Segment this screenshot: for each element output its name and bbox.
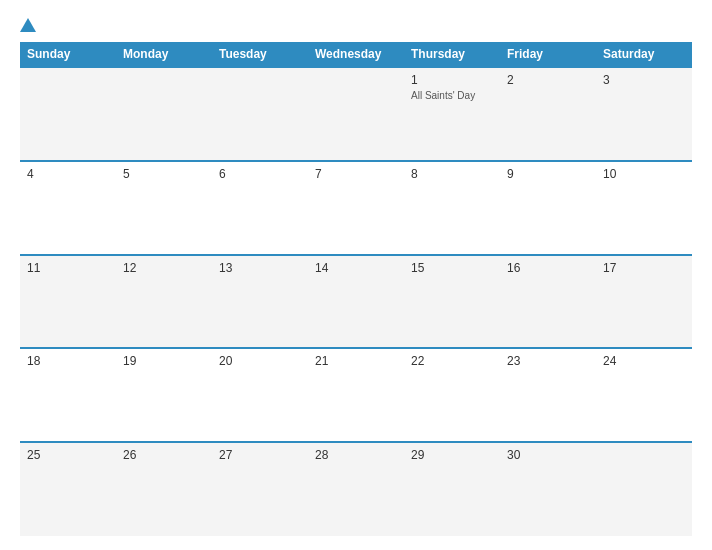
calendar-cell: 22 <box>404 348 500 442</box>
day-number: 5 <box>123 167 205 181</box>
calendar-cell: 25 <box>20 442 116 536</box>
weekday-header: Tuesday <box>212 42 308 67</box>
day-number: 28 <box>315 448 397 462</box>
day-number: 3 <box>603 73 685 87</box>
calendar-cell: 13 <box>212 255 308 349</box>
day-number: 10 <box>603 167 685 181</box>
calendar-cell: 5 <box>116 161 212 255</box>
calendar-cell <box>596 442 692 536</box>
calendar-cell: 23 <box>500 348 596 442</box>
day-number: 2 <box>507 73 589 87</box>
calendar-cell: 9 <box>500 161 596 255</box>
day-number: 21 <box>315 354 397 368</box>
calendar-week-row: 252627282930 <box>20 442 692 536</box>
weekday-header: Friday <box>500 42 596 67</box>
day-number: 14 <box>315 261 397 275</box>
calendar-week-row: 11121314151617 <box>20 255 692 349</box>
day-number: 6 <box>219 167 301 181</box>
calendar-cell <box>308 67 404 161</box>
day-number: 19 <box>123 354 205 368</box>
day-number: 16 <box>507 261 589 275</box>
day-number: 13 <box>219 261 301 275</box>
day-number: 27 <box>219 448 301 462</box>
calendar-cell: 3 <box>596 67 692 161</box>
calendar-cell <box>20 67 116 161</box>
day-number: 12 <box>123 261 205 275</box>
calendar-cell: 16 <box>500 255 596 349</box>
day-number: 9 <box>507 167 589 181</box>
header <box>20 18 692 32</box>
day-number: 11 <box>27 261 109 275</box>
logo-triangle-icon <box>20 18 36 32</box>
day-number: 29 <box>411 448 493 462</box>
day-number: 22 <box>411 354 493 368</box>
logo-blue-row <box>20 18 40 32</box>
calendar-cell: 1All Saints' Day <box>404 67 500 161</box>
calendar-cell: 21 <box>308 348 404 442</box>
calendar-cell: 4 <box>20 161 116 255</box>
day-number: 15 <box>411 261 493 275</box>
day-number: 23 <box>507 354 589 368</box>
calendar-cell: 29 <box>404 442 500 536</box>
calendar-cell: 30 <box>500 442 596 536</box>
day-number: 26 <box>123 448 205 462</box>
day-number: 18 <box>27 354 109 368</box>
calendar-cell: 12 <box>116 255 212 349</box>
day-number: 8 <box>411 167 493 181</box>
day-number: 7 <box>315 167 397 181</box>
calendar-cell: 27 <box>212 442 308 536</box>
holiday-name: All Saints' Day <box>411 89 493 102</box>
weekday-header: Monday <box>116 42 212 67</box>
calendar-page: SundayMondayTuesdayWednesdayThursdayFrid… <box>0 0 712 550</box>
day-number: 20 <box>219 354 301 368</box>
calendar-cell: 10 <box>596 161 692 255</box>
calendar-cell <box>116 67 212 161</box>
weekday-header-row: SundayMondayTuesdayWednesdayThursdayFrid… <box>20 42 692 67</box>
calendar-cell: 2 <box>500 67 596 161</box>
weekday-header: Saturday <box>596 42 692 67</box>
calendar-cell: 17 <box>596 255 692 349</box>
day-number: 17 <box>603 261 685 275</box>
weekday-header: Sunday <box>20 42 116 67</box>
weekday-header: Wednesday <box>308 42 404 67</box>
calendar-cell: 24 <box>596 348 692 442</box>
calendar-week-row: 1All Saints' Day23 <box>20 67 692 161</box>
calendar-cell: 19 <box>116 348 212 442</box>
calendar-cell: 8 <box>404 161 500 255</box>
day-number: 4 <box>27 167 109 181</box>
calendar-cell: 20 <box>212 348 308 442</box>
calendar-table: SundayMondayTuesdayWednesdayThursdayFrid… <box>20 42 692 536</box>
calendar-cell: 6 <box>212 161 308 255</box>
weekday-header: Thursday <box>404 42 500 67</box>
calendar-cell: 7 <box>308 161 404 255</box>
logo <box>20 18 40 32</box>
calendar-cell: 14 <box>308 255 404 349</box>
calendar-cell: 26 <box>116 442 212 536</box>
day-number: 25 <box>27 448 109 462</box>
calendar-cell: 15 <box>404 255 500 349</box>
calendar-cell: 11 <box>20 255 116 349</box>
calendar-cell <box>212 67 308 161</box>
calendar-cell: 28 <box>308 442 404 536</box>
day-number: 24 <box>603 354 685 368</box>
day-number: 30 <box>507 448 589 462</box>
calendar-week-row: 18192021222324 <box>20 348 692 442</box>
calendar-week-row: 45678910 <box>20 161 692 255</box>
calendar-cell: 18 <box>20 348 116 442</box>
day-number: 1 <box>411 73 493 87</box>
